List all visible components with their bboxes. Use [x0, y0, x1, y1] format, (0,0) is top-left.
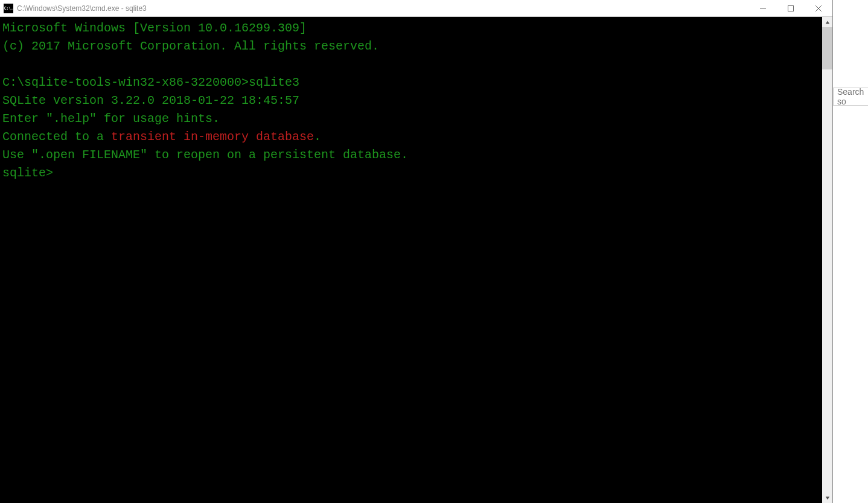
scroll-track[interactable] — [822, 27, 832, 493]
terminal-output[interactable]: Microsoft Windows [Version 10.0.16299.30… — [0, 17, 822, 503]
window-title: C:\Windows\System32\cmd.exe - sqlite3 — [17, 4, 749, 13]
terminal-line: Use ".open FILENAME" to reopen on a pers… — [2, 148, 408, 162]
titlebar[interactable]: C:\. C:\Windows\System32\cmd.exe - sqlit… — [0, 0, 832, 17]
terminal-container: Microsoft Windows [Version 10.0.16299.30… — [0, 17, 832, 503]
terminal-line-part: . — [314, 130, 321, 144]
window-controls — [749, 0, 832, 16]
terminal-line: Enter ".help" for usage hints. — [2, 112, 220, 126]
terminal-line: SQLite version 3.22.0 2018-01-22 18:45:5… — [2, 94, 299, 107]
close-button[interactable] — [805, 0, 832, 16]
maximize-button[interactable] — [777, 0, 805, 16]
minimize-button[interactable] — [749, 0, 777, 16]
scroll-up-arrow[interactable] — [822, 17, 832, 27]
svg-marker-5 — [825, 496, 829, 499]
terminal-highlight: transient in-memory database — [111, 130, 314, 144]
terminal-line-part: Connected to a — [2, 130, 111, 144]
scroll-thumb[interactable] — [822, 27, 832, 69]
terminal-line: C:\sqlite-tools-win32-x86-3220000>sqlite… — [2, 75, 299, 89]
cmd-icon: C:\. — [4, 4, 13, 13]
search-placeholder: Search so — [837, 88, 868, 106]
background-search-box[interactable]: Search so — [833, 88, 868, 106]
cmd-window: C:\. C:\Windows\System32\cmd.exe - sqlit… — [0, 0, 833, 503]
svg-marker-4 — [825, 21, 829, 24]
terminal-line: Microsoft Windows [Version 10.0.16299.30… — [2, 21, 307, 35]
vertical-scrollbar[interactable] — [822, 17, 832, 503]
terminal-line: (c) 2017 Microsoft Corporation. All righ… — [2, 39, 379, 53]
scroll-down-arrow[interactable] — [822, 493, 832, 503]
svg-rect-1 — [788, 5, 794, 11]
sqlite-prompt: sqlite> — [2, 166, 60, 180]
